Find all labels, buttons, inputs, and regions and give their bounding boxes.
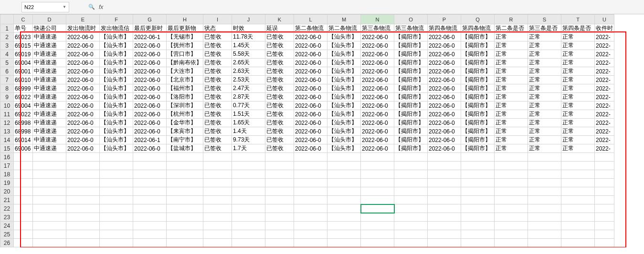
row-header-10[interactable]: 10 — [0, 102, 14, 110]
cell-E15[interactable]: 2022-06-0 — [66, 144, 100, 153]
cell-U9[interactable]: 2022- — [595, 93, 614, 102]
cell-D1[interactable]: 快递公司 — [33, 24, 66, 33]
cell-T21[interactable] — [561, 196, 595, 204]
cell-L22[interactable] — [294, 204, 327, 213]
cell-U17[interactable] — [595, 162, 614, 170]
col-header-I[interactable]: I — [203, 15, 232, 24]
cell-G9[interactable]: 2022-06-0 — [133, 93, 167, 102]
cell-Q14[interactable]: 【揭阳市】 — [461, 136, 495, 144]
cell-N12[interactable]: 2022-06-0 — [361, 119, 394, 127]
row-header-8[interactable]: 8 — [0, 84, 14, 93]
cell-J23[interactable] — [232, 213, 265, 222]
cell-O8[interactable]: 【揭阳市】 — [394, 84, 428, 93]
row-header-16[interactable]: 16 — [0, 153, 14, 162]
cell-L3[interactable]: 2022-06-0 — [294, 41, 327, 50]
cell-E11[interactable]: 2022-06-0 — [66, 110, 100, 119]
cell-L5[interactable]: 2022-06-0 — [294, 59, 327, 67]
cell-D12[interactable]: 中通速递 — [33, 119, 66, 127]
cell-E7[interactable]: 2022-06-0 — [66, 76, 100, 84]
cell-R26[interactable] — [495, 239, 528, 247]
cell-F1[interactable]: 发出物流信 — [100, 24, 133, 33]
cell-O20[interactable] — [394, 187, 428, 196]
cell-H21[interactable] — [167, 196, 203, 204]
cell-D3[interactable]: 中通速递 — [33, 41, 66, 50]
cell-S5[interactable]: 正常 — [528, 59, 561, 67]
col-header-T[interactable]: T — [561, 15, 595, 24]
cell-C12[interactable]: 68998 — [14, 119, 33, 127]
cell-H12[interactable]: 【金华市】 — [167, 119, 203, 127]
cell-J26[interactable] — [232, 239, 265, 247]
cell-I9[interactable]: 已签收 — [203, 93, 232, 102]
row-header-12[interactable]: 12 — [0, 119, 14, 127]
cell-N16[interactable] — [361, 153, 394, 162]
row-header-18[interactable]: 18 — [0, 170, 14, 179]
cell-D16[interactable] — [33, 153, 66, 162]
cell-C26[interactable] — [14, 239, 33, 247]
cell-C8[interactable]: 68999 — [14, 84, 33, 93]
cell-K4[interactable]: 已签收 — [265, 50, 294, 59]
cell-U24[interactable] — [595, 222, 614, 230]
cell-O17[interactable] — [394, 162, 428, 170]
cell-U16[interactable] — [595, 153, 614, 162]
cell-F8[interactable]: 【汕头市】 — [100, 84, 133, 93]
cell-P22[interactable] — [428, 204, 461, 213]
row-header-5[interactable]: 5 — [0, 59, 14, 67]
cell-F6[interactable]: 【汕头市】 — [100, 67, 133, 76]
cell-R15[interactable]: 正常 — [495, 144, 528, 153]
cell-G16[interactable] — [133, 153, 167, 162]
cell-L18[interactable] — [294, 170, 327, 179]
cell-U10[interactable]: 2022- — [595, 102, 614, 110]
cell-Q1[interactable]: 第四条物流 — [461, 24, 495, 33]
cell-J17[interactable] — [232, 162, 265, 170]
cell-L16[interactable] — [294, 153, 327, 162]
cell-N5[interactable]: 2022-06-0 — [361, 59, 394, 67]
cell-U6[interactable]: 2022- — [595, 67, 614, 76]
cell-N8[interactable]: 2022-06-0 — [361, 84, 394, 93]
cell-H18[interactable] — [167, 170, 203, 179]
cell-C15[interactable]: 69006 — [14, 144, 33, 153]
cell-R9[interactable]: 正常 — [495, 93, 528, 102]
cell-P4[interactable]: 2022-06-0 — [428, 50, 461, 59]
cell-M13[interactable]: 【汕头市】 — [327, 127, 361, 136]
cell-O2[interactable]: 【揭阳市】 — [394, 33, 428, 41]
cell-G1[interactable]: 最后更新时 — [133, 24, 167, 33]
cell-T10[interactable]: 正常 — [561, 102, 595, 110]
cell-U25[interactable] — [595, 230, 614, 239]
cell-I13[interactable]: 已签收 — [203, 127, 232, 136]
col-header-N[interactable]: N — [361, 15, 394, 24]
cell-O22[interactable] — [394, 204, 428, 213]
cell-Q9[interactable]: 【揭阳市】 — [461, 93, 495, 102]
cell-H3[interactable]: 【抚州市】 — [167, 41, 203, 50]
cell-H11[interactable]: 【杭州市】 — [167, 110, 203, 119]
cell-L20[interactable] — [294, 187, 327, 196]
cell-C5[interactable]: 69004 — [14, 59, 33, 67]
cell-P10[interactable]: 2022-06-0 — [428, 102, 461, 110]
cell-C19[interactable] — [14, 179, 33, 187]
cell-E9[interactable]: 2022-06-0 — [66, 93, 100, 102]
cell-C3[interactable]: 69015 — [14, 41, 33, 50]
cell-R10[interactable]: 正常 — [495, 102, 528, 110]
cell-H19[interactable] — [167, 179, 203, 187]
cell-R23[interactable] — [495, 213, 528, 222]
cell-N7[interactable]: 2022-06-0 — [361, 76, 394, 84]
cell-E12[interactable]: 2022-06-0 — [66, 119, 100, 127]
cell-D8[interactable]: 中通速递 — [33, 84, 66, 93]
row-header-24[interactable]: 24 — [0, 222, 14, 230]
cell-T17[interactable] — [561, 162, 595, 170]
cell-L2[interactable]: 2022-06-0 — [294, 33, 327, 41]
cell-P21[interactable] — [428, 196, 461, 204]
row-header-23[interactable]: 23 — [0, 213, 14, 222]
cell-P23[interactable] — [428, 213, 461, 222]
cell-H2[interactable]: 【无锡市】 — [167, 33, 203, 41]
cell-D9[interactable]: 中通速递 — [33, 93, 66, 102]
cell-K24[interactable] — [265, 222, 294, 230]
cell-T19[interactable] — [561, 179, 595, 187]
cell-S26[interactable] — [528, 239, 561, 247]
cell-O7[interactable]: 【揭阳市】 — [394, 76, 428, 84]
cell-Q2[interactable]: 【揭阳市】 — [461, 33, 495, 41]
col-header-O[interactable]: O — [394, 15, 428, 24]
cell-R21[interactable] — [495, 196, 528, 204]
row-header-4[interactable]: 4 — [0, 50, 14, 59]
cell-L19[interactable] — [294, 179, 327, 187]
cell-G2[interactable]: 2022-06-1 — [133, 33, 167, 41]
